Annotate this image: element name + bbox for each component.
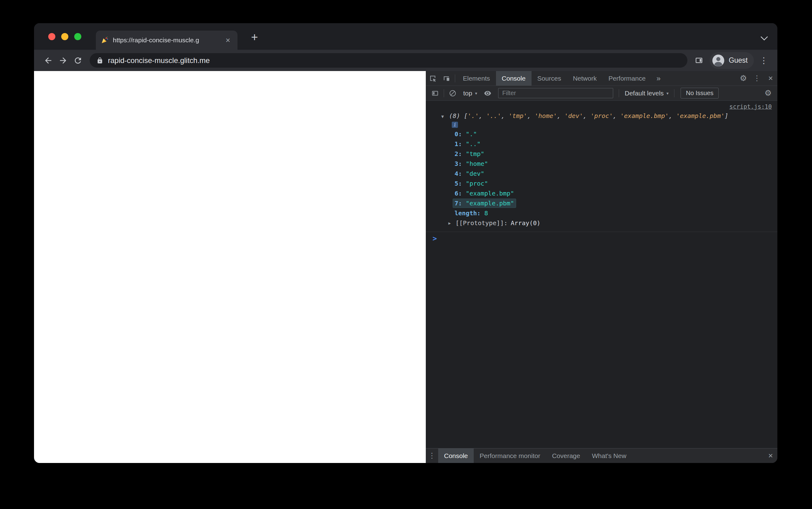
devtools-tab-performance[interactable]: Performance: [603, 71, 652, 86]
browser-window: https://rapid-concise-muscle.g × + rapid…: [34, 23, 777, 463]
separator: [444, 89, 444, 97]
drawer-menu-button[interactable]: ⋮: [426, 448, 438, 463]
reload-icon: [73, 56, 83, 65]
entry-index: 4:: [455, 170, 466, 177]
reload-button[interactable]: [70, 53, 85, 68]
array-preview-row[interactable]: ▼ (8) ['.', '..', 'tmp', 'home', 'dev', …: [426, 111, 777, 121]
array-entry-row: 3: "home": [426, 159, 777, 169]
length-label: length:: [455, 209, 480, 217]
party-popper-favicon: [101, 36, 109, 44]
close-window-button[interactable]: [48, 33, 55, 40]
live-expression-button[interactable]: [481, 90, 494, 97]
console-sidebar-button[interactable]: [428, 90, 442, 97]
prototype-value: Array(0): [511, 219, 540, 227]
preview-token: '..': [486, 112, 501, 120]
maximize-window-button[interactable]: [74, 33, 81, 40]
preview-token: '.': [468, 112, 479, 120]
devtools-panel: ElementsConsoleSourcesNetworkPerformance…: [426, 71, 777, 463]
inspect-element-button[interactable]: [426, 71, 439, 86]
preview-token: 'home': [535, 112, 557, 120]
minimize-window-button[interactable]: [61, 33, 68, 40]
page-viewport[interactable]: [34, 71, 426, 463]
length-row: length: 8: [426, 208, 777, 218]
preview-token: 'dev': [564, 112, 583, 120]
array-entry-row: 7: "example.pbm": [426, 198, 777, 208]
side-panel-icon: [695, 56, 703, 65]
devtools-tab-sources[interactable]: Sources: [532, 71, 567, 86]
side-panel-button[interactable]: [692, 53, 707, 68]
preview-token: ,: [479, 112, 486, 120]
preview-token: ,: [501, 112, 509, 120]
context-selector[interactable]: top ▾: [460, 90, 481, 97]
entry-value: "home": [466, 160, 488, 167]
entry-value: ".": [466, 130, 477, 138]
array-entry-row: 5: "proc": [426, 178, 777, 189]
guest-avatar: [712, 54, 725, 67]
devtools-tab-elements[interactable]: Elements: [457, 71, 496, 86]
entry-value: "..": [466, 140, 480, 148]
devtools-tabs: ElementsConsoleSourcesNetworkPerformance: [457, 71, 652, 86]
prototype-row[interactable]: ▶ [[Prototype]]:Array(0): [426, 218, 777, 228]
tabstrip-chevron-icon[interactable]: [760, 33, 768, 40]
inspect-icon: [429, 74, 437, 82]
drawer-tab-console[interactable]: Console: [438, 448, 474, 463]
gear-icon: ⚙: [764, 88, 772, 98]
profile-label: Guest: [729, 56, 748, 65]
devtools-tab-network[interactable]: Network: [567, 71, 603, 86]
console-filter-input[interactable]: [498, 88, 613, 98]
console-settings-button[interactable]: ⚙: [761, 88, 775, 98]
back-button[interactable]: [41, 53, 56, 68]
expand-closed-icon[interactable]: ▶: [448, 218, 451, 228]
devtools-settings-button[interactable]: ⚙: [737, 71, 750, 86]
entry-index: 3:: [455, 160, 466, 167]
expand-open-icon[interactable]: ▼: [441, 112, 444, 121]
drawer-tab-performance-monitor[interactable]: Performance monitor: [474, 448, 546, 463]
console-prompt[interactable]: >: [426, 232, 777, 242]
prompt-chevron-icon: >: [433, 234, 437, 242]
browser-menu-button[interactable]: ⋮: [757, 53, 771, 68]
profile-button[interactable]: Guest: [710, 52, 754, 69]
lock-icon: [96, 57, 103, 64]
length-value: 8: [484, 209, 488, 217]
log-levels-dropdown[interactable]: Default levels ▾: [621, 90, 672, 97]
tab-close-icon[interactable]: ×: [223, 36, 232, 45]
device-toolbar-button[interactable]: [439, 71, 453, 86]
more-tabs-button[interactable]: »: [652, 71, 665, 86]
array-entry-row: 1: "..": [426, 139, 777, 149]
preview-token: ,: [557, 112, 564, 120]
content-area: ElementsConsoleSourcesNetworkPerformance…: [34, 71, 777, 463]
preview-token: (8): [449, 112, 464, 120]
issues-counter[interactable]: No Issues: [681, 88, 719, 99]
browser-tab[interactable]: https://rapid-concise-muscle.g ×: [96, 31, 238, 50]
drawer-tab-coverage[interactable]: Coverage: [546, 448, 586, 463]
url-text: rapid-concise-muscle.glitch.me: [108, 56, 210, 65]
forward-button[interactable]: [56, 53, 70, 68]
forward-arrow-icon: [58, 56, 68, 65]
array-entries: 0: "."1: ".."2: "tmp"3: "home"4: "dev"5:…: [426, 129, 777, 208]
gear-icon: ⚙: [740, 73, 747, 83]
context-label: top: [463, 90, 472, 97]
clear-console-icon: [449, 90, 457, 97]
drawer-tab-what-s-new[interactable]: What's New: [586, 448, 632, 463]
preview-token: 'proc': [591, 112, 613, 120]
devtools-close-button[interactable]: ×: [764, 71, 777, 86]
entry-value: "dev": [466, 170, 484, 177]
back-arrow-icon: [43, 56, 53, 65]
entry-value: "example.pbm": [466, 200, 514, 207]
source-link[interactable]: script.js:10: [729, 103, 772, 110]
address-bar[interactable]: rapid-concise-muscle.glitch.me: [90, 53, 687, 68]
devtools-menu-button[interactable]: ⋮: [750, 71, 764, 86]
preview-token: ,: [583, 112, 591, 120]
preview-token: 'example.bmp': [620, 112, 669, 120]
separator: [674, 89, 675, 97]
clear-console-button[interactable]: [446, 90, 460, 97]
separator: [619, 89, 619, 97]
drawer-close-button[interactable]: ×: [764, 448, 777, 463]
window-controls: [48, 33, 81, 40]
devtools-tab-console[interactable]: Console: [496, 71, 532, 86]
preview-token: ,: [669, 112, 676, 120]
new-tab-button[interactable]: +: [247, 29, 262, 45]
array-preview-tokens: (8) ['.', '..', 'tmp', 'home', 'dev', 'p…: [449, 112, 728, 120]
array-entry-row: 6: "example.bmp": [426, 189, 777, 198]
entry-index: 1:: [455, 140, 466, 148]
